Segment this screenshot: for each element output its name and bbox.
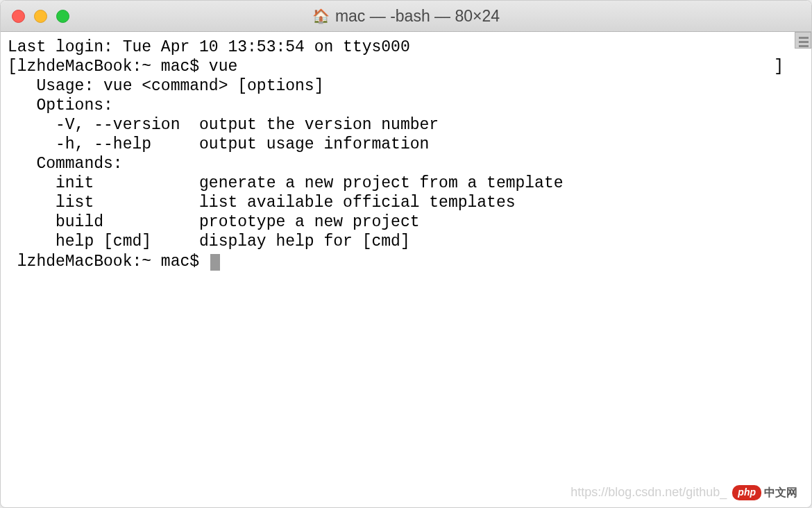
window-title-container: 🏠 mac — -bash — 80×24 — [312, 7, 500, 26]
bracket-right: ] — [774, 57, 784, 76]
home-icon: 🏠 — [312, 8, 330, 24]
prompt-line-1: [lzhdeMacBook:~ mac$ vue] — [8, 57, 804, 76]
command-list-line: list list available official templates — [8, 193, 804, 212]
maximize-button[interactable] — [56, 10, 69, 23]
last-login-line: Last login: Tue Apr 10 13:53:54 on ttys0… — [8, 37, 804, 57]
minimize-button[interactable] — [34, 10, 47, 23]
watermark: https://blog.csdn.net/github_ php 中文网 — [570, 485, 797, 500]
options-header: Options: — [8, 96, 804, 115]
bracket-left: [ — [8, 58, 17, 76]
watermark-logo: php 中文网 — [732, 485, 797, 500]
terminal-window: 🏠 mac — -bash — 80×24 Last login: Tue Ap… — [0, 0, 812, 508]
option-help-line: -h, --help output usage information — [8, 135, 804, 154]
terminal-content[interactable]: Last login: Tue Apr 10 13:53:54 on ttys0… — [1, 32, 811, 507]
command-init-line: init generate a new project from a templ… — [8, 173, 804, 193]
option-version-line: -V, --version output the version number — [8, 115, 804, 135]
window-title: mac — -bash — 80×24 — [335, 7, 500, 26]
commands-header: Commands: — [8, 154, 804, 173]
traffic-lights — [12, 10, 69, 23]
scroll-indicator-icon[interactable] — [795, 32, 811, 49]
cn-text: 中文网 — [764, 486, 797, 500]
watermark-url: https://blog.csdn.net/github_ — [570, 485, 727, 500]
prompt-line-2: lzhdeMacBook:~ mac$ — [8, 252, 804, 271]
php-badge: php — [732, 485, 761, 500]
command-help-line: help [cmd] display help for [cmd] — [8, 232, 804, 251]
close-button[interactable] — [12, 10, 25, 23]
usage-line: Usage: vue <command> [options] — [8, 76, 804, 96]
prompt-text-1: lzhdeMacBook:~ mac$ vue — [17, 58, 237, 76]
prompt-text-2: lzhdeMacBook:~ mac$ — [8, 253, 209, 271]
titlebar[interactable]: 🏠 mac — -bash — 80×24 — [1, 1, 811, 32]
command-build-line: build prototype a new project — [8, 212, 804, 232]
cursor-icon — [210, 254, 220, 271]
